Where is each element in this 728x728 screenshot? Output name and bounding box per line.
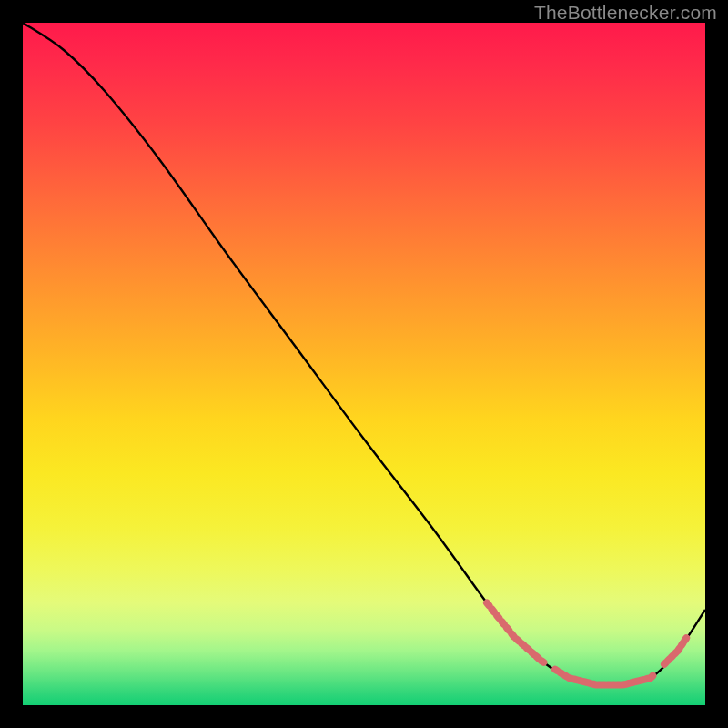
highlight-seg-2 <box>664 638 686 664</box>
plot-area <box>23 23 705 705</box>
attribution-label: TheBottlenecker.com <box>534 2 717 24</box>
chart-container: TheBottlenecker.com <box>0 0 728 728</box>
highlight-seg-1 <box>555 670 652 685</box>
bottleneck-curve <box>23 23 705 686</box>
highlight-seg-0 <box>487 603 543 662</box>
curve-svg <box>23 23 705 705</box>
